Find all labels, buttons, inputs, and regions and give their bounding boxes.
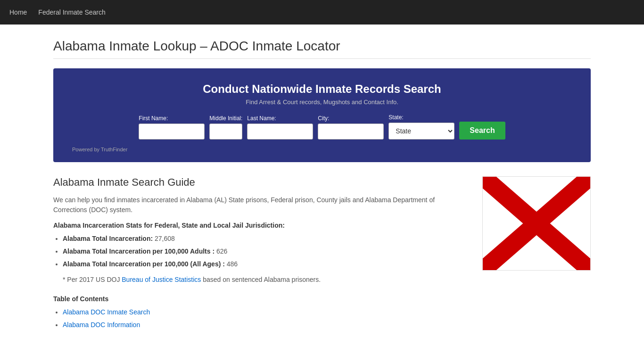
stat-label-1: Alabama Total Incarceration per 100,000 …	[63, 247, 215, 255]
guide-text: Alabama Inmate Search Guide We can help …	[53, 176, 468, 336]
stat-value-1: 626	[216, 247, 227, 255]
search-widget-subheading: Find Arrest & Court records, Mugshots an…	[63, 99, 581, 106]
page-title: Alabama Inmate Lookup – ADOC Inmate Loca…	[53, 39, 591, 59]
source-suffix: based on sentenced Alabama prisoners.	[203, 276, 321, 283]
source-note: * Per 2017 US DOJ Bureau of Justice Stat…	[63, 275, 468, 285]
city-input[interactable]	[318, 123, 384, 140]
stats-list: Alabama Total Incarceration: 27,608 Alab…	[63, 234, 468, 269]
search-widget-heading: Conduct Nationwide Inmate Records Search	[63, 82, 581, 96]
state-select[interactable]: State Alabama Alaska Arizona Arkansas Ca…	[388, 123, 454, 140]
bjs-link[interactable]: Bureau of Justice Statistics	[122, 276, 201, 283]
middle-initial-input[interactable]	[209, 123, 242, 140]
guide-section: Alabama Inmate Search Guide We can help …	[53, 176, 591, 336]
stat-label-0: Alabama Total Incarceration:	[63, 235, 153, 242]
guide-heading: Alabama Inmate Search Guide	[53, 176, 468, 189]
toc-link-0[interactable]: Alabama DOC Inmate Search	[63, 308, 150, 316]
stat-label-2: Alabama Total Incarceration per 100,000 …	[63, 260, 225, 268]
last-name-group: Last Name:	[247, 115, 313, 140]
list-item: Alabama Total Incarceration: 27,608	[63, 234, 468, 244]
guide-description: We can help you find inmates incarcerate…	[53, 195, 468, 215]
middle-initial-label: Middle Initial:	[209, 115, 242, 122]
nav-home[interactable]: Home	[9, 8, 27, 16]
toc-link-1[interactable]: Alabama DOC Information	[63, 321, 140, 329]
stat-value-0: 27,608	[155, 235, 175, 242]
list-item: Alabama DOC Information	[63, 320, 468, 330]
last-name-input[interactable]	[247, 123, 313, 140]
powered-by: Powered by TruthFinder	[63, 145, 581, 153]
list-item: Alabama Total Incarceration per 100,000 …	[63, 259, 468, 269]
search-button[interactable]: Search	[459, 122, 505, 140]
toc-list: Alabama DOC Inmate Search Alabama DOC In…	[63, 307, 468, 330]
nav-federal-search[interactable]: Federal Inmate Search	[38, 8, 105, 16]
city-group: City:	[318, 115, 384, 140]
main-nav: Home Federal Inmate Search	[0, 0, 644, 25]
first-name-input[interactable]	[139, 123, 205, 140]
toc: Table of Contents Alabama DOC Inmate Sea…	[53, 295, 468, 330]
page-content: Alabama Inmate Lookup – ADOC Inmate Loca…	[44, 25, 600, 345]
list-item: Alabama Total Incarceration per 100,000 …	[63, 247, 468, 256]
stat-value-2: 486	[227, 260, 238, 268]
first-name-label: First Name:	[139, 115, 168, 122]
search-form: First Name: Middle Initial: Last Name: C…	[63, 114, 581, 140]
last-name-label: Last Name:	[247, 115, 276, 122]
middle-initial-group: Middle Initial:	[209, 115, 242, 140]
state-label: State:	[388, 114, 403, 121]
alabama-flag	[482, 176, 591, 271]
state-group: State: State Alabama Alaska Arizona Arka…	[388, 114, 454, 140]
source-note-text: * Per 2017 US DOJ	[63, 276, 120, 283]
list-item: Alabama DOC Inmate Search	[63, 307, 468, 317]
powered-by-text: Powered by TruthFinder	[72, 147, 127, 152]
city-label: City:	[318, 115, 329, 122]
toc-heading: Table of Contents	[53, 295, 468, 303]
alabama-flag-svg	[483, 177, 590, 270]
stats-heading: Alabama Incarceration Stats for Federal,…	[53, 222, 468, 229]
search-widget: Conduct Nationwide Inmate Records Search…	[53, 68, 591, 162]
first-name-group: First Name:	[139, 115, 205, 140]
